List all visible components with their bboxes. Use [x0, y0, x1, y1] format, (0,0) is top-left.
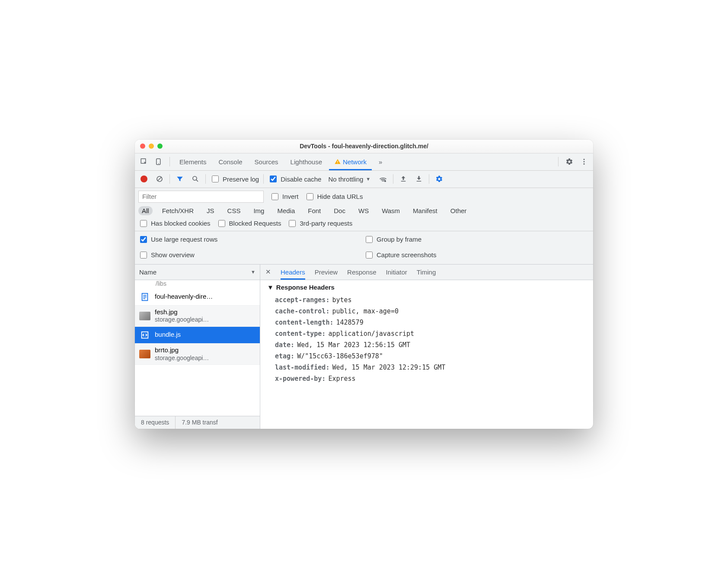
filter-type-css[interactable]: CSS: [224, 206, 244, 215]
detail-tab-timing[interactable]: Timing: [417, 265, 436, 280]
filter-type-ws[interactable]: WS: [355, 206, 372, 215]
separator: [263, 174, 264, 184]
close-detail-icon[interactable]: ✕: [265, 268, 271, 276]
filter-type-all[interactable]: All: [138, 206, 153, 215]
header-row: content-length:1428579: [267, 317, 586, 328]
svg-point-6: [584, 161, 585, 163]
main-tab-strip: Elements Console Sources Lighthouse Netw…: [135, 153, 593, 171]
transferred-size: 7.9 MB transf: [176, 416, 224, 429]
filter-type-manifest[interactable]: Manifest: [409, 206, 441, 215]
kebab-menu-icon[interactable]: [578, 155, 591, 168]
third-party-label: 3rd-party requests: [300, 220, 352, 227]
header-row: etag:W/"15cc63-186e53ef978": [267, 351, 586, 362]
show-overview-checkbox[interactable]: Show overview: [138, 250, 364, 260]
header-key: last-modified:: [275, 364, 329, 371]
request-row-image[interactable]: brrto.jpg storage.googleapi…: [135, 344, 260, 365]
filter-type-other[interactable]: Other: [447, 206, 470, 215]
gear-icon[interactable]: [563, 155, 576, 168]
detail-tab-response[interactable]: Response: [347, 265, 377, 280]
has-blocked-cookies-label: Has blocked cookies: [151, 220, 211, 227]
separator: [429, 174, 429, 184]
network-conditions-icon[interactable]: [377, 173, 389, 185]
request-row-image[interactable]: fesh.jpg storage.googleapi…: [135, 306, 260, 327]
name-column-label: Name: [139, 268, 156, 276]
upload-har-icon[interactable]: [398, 173, 409, 185]
separator: [169, 157, 170, 166]
filter-type-img[interactable]: Img: [250, 206, 268, 215]
detail-tab-strip: ✕ Headers Preview Response Initiator Tim…: [260, 265, 593, 280]
filter-type-media[interactable]: Media: [274, 206, 298, 215]
invert-checkbox[interactable]: Invert: [270, 192, 299, 201]
header-key: content-type:: [275, 330, 326, 338]
tab-more[interactable]: »: [374, 153, 387, 170]
search-icon[interactable]: [190, 173, 201, 185]
section-title: Response Headers: [276, 284, 335, 291]
detail-tab-headers[interactable]: Headers: [281, 265, 305, 280]
group-by-frame-checkbox[interactable]: Group by frame: [364, 235, 590, 244]
request-list-header[interactable]: Name ▼: [135, 265, 260, 280]
request-list: Name ▼ /libs foul-heavenly-dire… fesh.jp…: [135, 265, 260, 429]
zoom-window-icon[interactable]: [157, 144, 163, 149]
tab-elements[interactable]: Elements: [174, 153, 212, 170]
request-row-document[interactable]: foul-heavenly-dire…: [135, 289, 260, 306]
devtools-window: DevTools - foul-heavenly-direction.glitc…: [135, 140, 593, 429]
preserve-log-checkbox[interactable]: Preserve log: [210, 174, 259, 184]
header-value: W/"15cc63-186e53ef978": [297, 352, 383, 360]
device-toolbar-icon[interactable]: [152, 155, 165, 168]
disable-cache-checkbox[interactable]: Disable cache: [268, 174, 321, 184]
svg-rect-13: [401, 181, 406, 182]
svg-point-5: [584, 159, 585, 160]
third-party-requests-checkbox[interactable]: 3rd-party requests: [287, 219, 352, 228]
request-domain: storage.googleapi…: [155, 354, 209, 362]
tab-network-label: Network: [343, 158, 367, 166]
header-value: public, max-age=0: [332, 307, 399, 315]
filter-type-doc[interactable]: Doc: [330, 206, 349, 215]
svg-point-12: [384, 180, 386, 182]
warning-icon: [334, 158, 341, 165]
titlebar: DevTools - foul-heavenly-direction.glitc…: [135, 140, 593, 153]
header-value: Wed, 15 Mar 2023 12:29:15 GMT: [332, 364, 445, 371]
header-row: content-type:application/javascript: [267, 328, 586, 339]
response-headers-section[interactable]: ▼ Response Headers: [267, 284, 586, 291]
tab-network[interactable]: Network: [329, 153, 372, 170]
blocked-requests-checkbox[interactable]: Blocked Requests: [217, 219, 281, 228]
minimize-window-icon[interactable]: [149, 144, 154, 149]
detail-tab-preview[interactable]: Preview: [315, 265, 338, 280]
header-row: cache-control:public, max-age=0: [267, 306, 586, 317]
clear-icon[interactable]: [154, 173, 165, 185]
has-blocked-cookies-checkbox[interactable]: Has blocked cookies: [138, 219, 211, 228]
large-rows-checkbox[interactable]: Use large request rows: [138, 235, 364, 244]
filter-type-font[interactable]: Font: [304, 206, 324, 215]
filter-type-wasm[interactable]: Wasm: [378, 206, 403, 215]
hide-data-urls-checkbox[interactable]: Hide data URLs: [305, 192, 363, 201]
image-thumbnail-icon: [139, 310, 150, 322]
filter-type-row: All Fetch/XHR JS CSS Img Media Font Doc …: [138, 206, 590, 215]
blocked-requests-label: Blocked Requests: [229, 220, 281, 227]
filter-type-fetchxhr[interactable]: Fetch/XHR: [159, 206, 197, 215]
filter-icon[interactable]: [174, 173, 185, 185]
network-toolbar: Preserve log Disable cache No throttling…: [135, 171, 593, 188]
request-detail: ✕ Headers Preview Response Initiator Tim…: [260, 265, 593, 429]
svg-rect-3: [337, 161, 338, 162]
throttling-select[interactable]: No throttling ▼: [326, 176, 373, 183]
record-button[interactable]: [138, 173, 150, 185]
svg-line-9: [158, 177, 162, 181]
capture-screenshots-checkbox[interactable]: Capture screenshots: [364, 250, 590, 260]
header-row: last-modified:Wed, 15 Mar 2023 12:29:15 …: [267, 362, 586, 373]
tab-sources[interactable]: Sources: [249, 153, 284, 170]
separator: [558, 157, 559, 166]
network-settings-gear-icon[interactable]: [434, 173, 445, 185]
filter-type-js[interactable]: JS: [203, 206, 218, 215]
inspect-element-icon[interactable]: [137, 155, 150, 168]
filter-input[interactable]: [138, 191, 264, 203]
header-value: 1428579: [336, 319, 363, 326]
tab-lighthouse[interactable]: Lighthouse: [285, 153, 327, 170]
disclosure-triangle-icon: ▼: [267, 284, 274, 291]
partial-row: /libs: [135, 280, 260, 289]
request-domain: storage.googleapi…: [155, 316, 209, 324]
request-row-script-selected[interactable]: bundle.js: [135, 327, 260, 344]
detail-tab-initiator[interactable]: Initiator: [386, 265, 407, 280]
close-window-icon[interactable]: [140, 144, 145, 149]
tab-console[interactable]: Console: [214, 153, 248, 170]
download-har-icon[interactable]: [413, 173, 425, 185]
